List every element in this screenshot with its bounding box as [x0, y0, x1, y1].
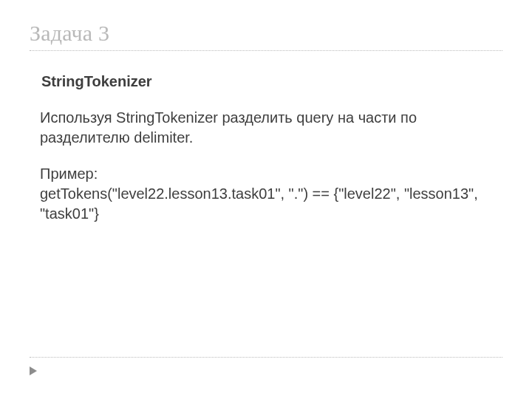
slide-body: StringTokenizer Используя StringTokenize… [30, 72, 502, 224]
divider-bottom [30, 357, 502, 358]
description: Используя StringTokenizer разделить quer… [40, 108, 502, 148]
example: Пример: getTokens("level22.lesson13.task… [40, 164, 502, 224]
example-code: getTokens("level22.lesson13.task01", "."… [40, 185, 478, 222]
slide: Задача 3 StringTokenizer Используя Strin… [0, 0, 532, 399]
play-icon [30, 366, 37, 375]
example-label: Пример: [40, 166, 98, 182]
subheading: StringTokenizer [41, 72, 502, 92]
slide-title: Задача 3 [30, 21, 502, 46]
divider-top [30, 50, 502, 51]
